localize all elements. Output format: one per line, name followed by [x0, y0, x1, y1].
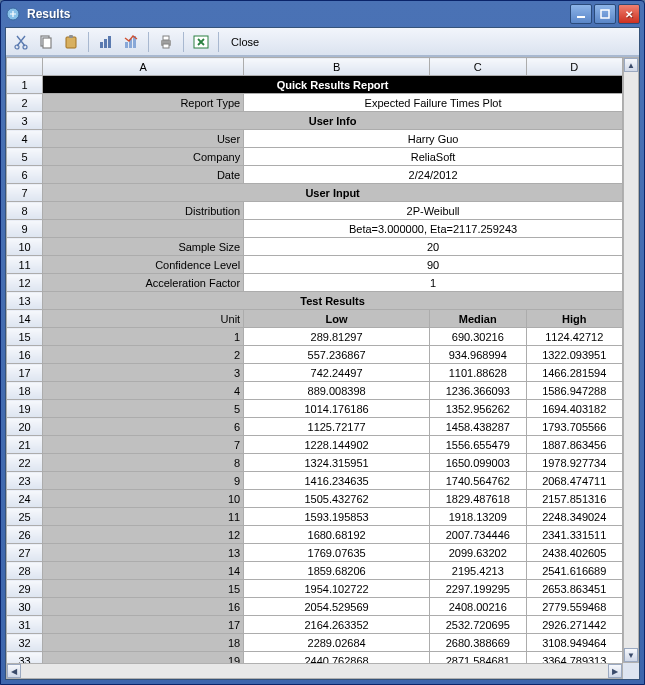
cell-median[interactable]: 1352.956262 — [430, 400, 526, 418]
cell-low[interactable]: 742.24497 — [244, 364, 430, 382]
cell-value[interactable]: Expected Failure Times Plot — [244, 94, 623, 112]
cell-low[interactable]: 1416.234635 — [244, 472, 430, 490]
cell-unit[interactable]: 11 — [43, 508, 244, 526]
cell-unit[interactable]: 5 — [43, 400, 244, 418]
cell-high[interactable]: 1978.927734 — [526, 454, 623, 472]
cell-value[interactable]: ReliaSoft — [244, 148, 623, 166]
row-h[interactable]: 8 — [7, 202, 43, 220]
cell-high[interactable]: 1694.403182 — [526, 400, 623, 418]
row-h[interactable]: 12 — [7, 274, 43, 292]
cell-label[interactable]: Date — [43, 166, 244, 184]
cell-label[interactable]: Unit — [43, 310, 244, 328]
cell-label[interactable]: Report Type — [43, 94, 244, 112]
row-h[interactable]: 13 — [7, 292, 43, 310]
col-header-A[interactable]: A — [43, 58, 244, 76]
cell-low[interactable]: 1324.315951 — [244, 454, 430, 472]
cell-median[interactable]: 1556.655479 — [430, 436, 526, 454]
cell-low[interactable]: 2054.529569 — [244, 598, 430, 616]
row-h[interactable]: 3 — [7, 112, 43, 130]
cell-median[interactable]: 2408.00216 — [430, 598, 526, 616]
row-h[interactable]: 10 — [7, 238, 43, 256]
cell-high[interactable]: 1322.093951 — [526, 346, 623, 364]
row-h[interactable]: 16 — [7, 346, 43, 364]
row-h[interactable]: 21 — [7, 436, 43, 454]
cell-label[interactable]: Distribution — [43, 202, 244, 220]
cell-label[interactable] — [43, 220, 244, 238]
cell-low[interactable]: 1228.144902 — [244, 436, 430, 454]
excel-export-button[interactable] — [190, 31, 212, 53]
cell-median[interactable]: 2680.388669 — [430, 634, 526, 652]
row-h[interactable]: 25 — [7, 508, 43, 526]
cell-low[interactable]: 2440.762868 — [244, 652, 430, 664]
cell-low[interactable]: 1593.195853 — [244, 508, 430, 526]
cell-unit[interactable]: 9 — [43, 472, 244, 490]
cell-unit[interactable]: 2 — [43, 346, 244, 364]
scroll-right-button[interactable]: ▶ — [608, 664, 622, 678]
row-h[interactable]: 32 — [7, 634, 43, 652]
cell-value[interactable]: 20 — [244, 238, 623, 256]
cell-unit[interactable]: 10 — [43, 490, 244, 508]
cell-low[interactable]: 1014.176186 — [244, 400, 430, 418]
cell-label[interactable]: Confidence Level — [43, 256, 244, 274]
col-header-B[interactable]: B — [244, 58, 430, 76]
cell-value[interactable]: Harry Guo — [244, 130, 623, 148]
row-h[interactable]: 15 — [7, 328, 43, 346]
section-heading[interactable]: User Input — [43, 184, 623, 202]
horizontal-scrollbar[interactable]: ◀ ▶ — [6, 663, 623, 679]
cell-median[interactable]: 2297.199295 — [430, 580, 526, 598]
row-h[interactable]: 14 — [7, 310, 43, 328]
cell-median[interactable]: 934.968994 — [430, 346, 526, 364]
row-h[interactable]: 4 — [7, 130, 43, 148]
cell-high[interactable]: 2541.616689 — [526, 562, 623, 580]
cell-median[interactable]: 1918.13209 — [430, 508, 526, 526]
cell-label[interactable]: Low — [244, 310, 430, 328]
cell-median[interactable]: 1101.88628 — [430, 364, 526, 382]
row-h[interactable]: 30 — [7, 598, 43, 616]
cell-low[interactable]: 1769.07635 — [244, 544, 430, 562]
cell-high[interactable]: 2926.271442 — [526, 616, 623, 634]
row-h[interactable]: 11 — [7, 256, 43, 274]
cell-median[interactable]: 1740.564762 — [430, 472, 526, 490]
cell-high[interactable]: 3364.789313 — [526, 652, 623, 664]
row-h[interactable]: 33 — [7, 652, 43, 664]
cell-low[interactable]: 2164.263352 — [244, 616, 430, 634]
sheet-grid[interactable]: A B C D 1 Quick Results Report 2 Report … — [6, 57, 623, 663]
cell-unit[interactable]: 1 — [43, 328, 244, 346]
cell-median[interactable]: 2099.63202 — [430, 544, 526, 562]
row-h[interactable]: 18 — [7, 382, 43, 400]
cell-median[interactable]: 2007.734446 — [430, 526, 526, 544]
cell-median[interactable]: 2532.720695 — [430, 616, 526, 634]
scroll-up-button[interactable]: ▲ — [624, 58, 638, 72]
row-h[interactable]: 19 — [7, 400, 43, 418]
cell-median[interactable]: 1650.099003 — [430, 454, 526, 472]
section-heading[interactable]: User Info — [43, 112, 623, 130]
cell-median[interactable]: 1829.487618 — [430, 490, 526, 508]
cell-median[interactable]: 1458.438287 — [430, 418, 526, 436]
row-h[interactable]: 26 — [7, 526, 43, 544]
row-h[interactable]: 28 — [7, 562, 43, 580]
cell-low[interactable]: 1125.72177 — [244, 418, 430, 436]
cell-label[interactable]: High — [526, 310, 623, 328]
report-title[interactable]: Quick Results Report — [43, 76, 623, 94]
cell-label[interactable]: Sample Size — [43, 238, 244, 256]
titlebar[interactable]: Results ✕ — [1, 1, 644, 27]
row-h[interactable]: 9 — [7, 220, 43, 238]
minimize-button[interactable] — [570, 4, 592, 24]
cell-unit[interactable]: 3 — [43, 364, 244, 382]
cell-median[interactable]: 2871.584681 — [430, 652, 526, 664]
row-h[interactable]: 23 — [7, 472, 43, 490]
row-h[interactable]: 2 — [7, 94, 43, 112]
cell-low[interactable]: 2289.02684 — [244, 634, 430, 652]
close-window-button[interactable]: ✕ — [618, 4, 640, 24]
cell-value[interactable]: Beta=3.000000, Eta=2117.259243 — [244, 220, 623, 238]
cell-value[interactable]: 2P-Weibull — [244, 202, 623, 220]
cell-unit[interactable]: 19 — [43, 652, 244, 664]
cut-button[interactable] — [10, 31, 32, 53]
cell-high[interactable]: 2341.331511 — [526, 526, 623, 544]
cell-value[interactable]: 1 — [244, 274, 623, 292]
row-h[interactable]: 17 — [7, 364, 43, 382]
cell-low[interactable]: 557.236867 — [244, 346, 430, 364]
section-heading[interactable]: Test Results — [43, 292, 623, 310]
cell-high[interactable]: 3108.949464 — [526, 634, 623, 652]
cell-label[interactable]: Acceleration Factor — [43, 274, 244, 292]
